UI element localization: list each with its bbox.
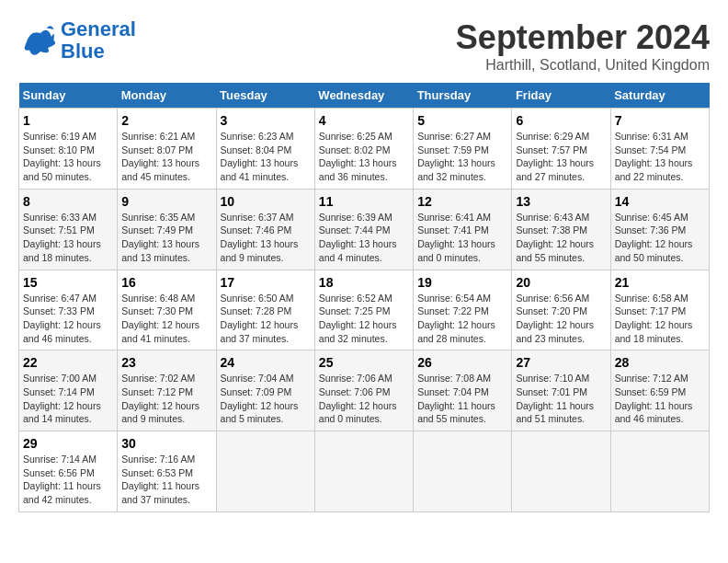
calendar-cell-16: 16Sunrise: 6:48 AMSunset: 7:30 PMDayligh… — [118, 270, 216, 350]
logo-bird-icon — [18, 22, 55, 59]
calendar-week-4: 29Sunrise: 7:14 AMSunset: 6:56 PMDayligh… — [19, 431, 710, 512]
calendar-cell-29: 29Sunrise: 7:14 AMSunset: 6:56 PMDayligh… — [19, 431, 118, 512]
calendar-week-1: 8Sunrise: 6:33 AMSunset: 7:51 PMDaylight… — [19, 189, 710, 270]
calendar-cell-21: 21Sunrise: 6:58 AMSunset: 7:17 PMDayligh… — [610, 270, 709, 350]
calendar-body: 1Sunrise: 6:19 AMSunset: 8:10 PMDaylight… — [19, 109, 710, 512]
calendar-header-friday: Friday — [512, 83, 610, 109]
calendar-header-row: SundayMondayTuesdayWednesdayThursdayFrid… — [19, 83, 710, 109]
calendar-cell-27: 27Sunrise: 7:10 AMSunset: 7:01 PMDayligh… — [512, 350, 610, 431]
header: GeneralBlue September 2024 Harthill, Sco… — [18, 18, 710, 74]
calendar-cell-20: 20Sunrise: 6:56 AMSunset: 7:20 PMDayligh… — [512, 270, 610, 350]
calendar-cell-2: 2Sunrise: 6:21 AMSunset: 8:07 PMDaylight… — [118, 109, 216, 190]
calendar-cell-8: 8Sunrise: 6:33 AMSunset: 7:51 PMDaylight… — [19, 189, 118, 270]
calendar-cell-3: 3Sunrise: 6:23 AMSunset: 8:04 PMDaylight… — [216, 109, 314, 190]
logo-line2: Blue — [61, 40, 105, 63]
calendar-cell-6: 6Sunrise: 6:29 AMSunset: 7:57 PMDaylight… — [512, 109, 610, 190]
calendar-cell-empty-4-6 — [610, 431, 709, 512]
calendar-cell-1: 1Sunrise: 6:19 AMSunset: 8:10 PMDaylight… — [19, 109, 118, 190]
calendar-cell-11: 11Sunrise: 6:39 AMSunset: 7:44 PMDayligh… — [314, 189, 413, 270]
calendar-cell-14: 14Sunrise: 6:45 AMSunset: 7:36 PMDayligh… — [610, 189, 709, 270]
logo-line1: General — [61, 17, 136, 40]
calendar-cell-22: 22Sunrise: 7:00 AMSunset: 7:14 PMDayligh… — [19, 350, 118, 431]
page-subtitle: Harthill, Scotland, United Kingdom — [456, 57, 710, 74]
calendar-cell-empty-4-2 — [216, 431, 314, 512]
calendar-header-sunday: Sunday — [19, 83, 118, 109]
calendar-cell-17: 17Sunrise: 6:50 AMSunset: 7:28 PMDayligh… — [216, 270, 314, 350]
calendar-cell-18: 18Sunrise: 6:52 AMSunset: 7:25 PMDayligh… — [314, 270, 413, 350]
calendar-header-tuesday: Tuesday — [216, 83, 314, 109]
calendar-cell-24: 24Sunrise: 7:04 AMSunset: 7:09 PMDayligh… — [216, 350, 314, 431]
calendar-week-2: 15Sunrise: 6:47 AMSunset: 7:33 PMDayligh… — [19, 270, 710, 350]
calendar-cell-30: 30Sunrise: 7:16 AMSunset: 6:53 PMDayligh… — [118, 431, 216, 512]
calendar-cell-empty-4-3 — [314, 431, 413, 512]
calendar-cell-4: 4Sunrise: 6:25 AMSunset: 8:02 PMDaylight… — [314, 109, 413, 190]
calendar-cell-26: 26Sunrise: 7:08 AMSunset: 7:04 PMDayligh… — [414, 350, 512, 431]
calendar-cell-empty-4-5 — [512, 431, 610, 512]
calendar-header-monday: Monday — [118, 83, 216, 109]
logo-text: GeneralBlue — [61, 18, 136, 63]
calendar-header-thursday: Thursday — [414, 83, 512, 109]
calendar-header-saturday: Saturday — [610, 83, 709, 109]
calendar-cell-empty-4-4 — [414, 431, 512, 512]
calendar-cell-10: 10Sunrise: 6:37 AMSunset: 7:46 PMDayligh… — [216, 189, 314, 270]
logo: GeneralBlue — [18, 18, 136, 63]
calendar-week-3: 22Sunrise: 7:00 AMSunset: 7:14 PMDayligh… — [19, 350, 710, 431]
calendar-cell-23: 23Sunrise: 7:02 AMSunset: 7:12 PMDayligh… — [118, 350, 216, 431]
calendar-week-0: 1Sunrise: 6:19 AMSunset: 8:10 PMDaylight… — [19, 109, 710, 190]
calendar-cell-19: 19Sunrise: 6:54 AMSunset: 7:22 PMDayligh… — [414, 270, 512, 350]
calendar-cell-9: 9Sunrise: 6:35 AMSunset: 7:49 PMDaylight… — [118, 189, 216, 270]
title-block: September 2024 Harthill, Scotland, Unite… — [456, 18, 710, 74]
calendar-cell-25: 25Sunrise: 7:06 AMSunset: 7:06 PMDayligh… — [314, 350, 413, 431]
calendar-table: SundayMondayTuesdayWednesdayThursdayFrid… — [18, 83, 710, 512]
calendar-cell-7: 7Sunrise: 6:31 AMSunset: 7:54 PMDaylight… — [610, 109, 709, 190]
calendar-cell-12: 12Sunrise: 6:41 AMSunset: 7:41 PMDayligh… — [414, 189, 512, 270]
page-title: September 2024 — [456, 18, 710, 57]
calendar-cell-13: 13Sunrise: 6:43 AMSunset: 7:38 PMDayligh… — [512, 189, 610, 270]
calendar-cell-15: 15Sunrise: 6:47 AMSunset: 7:33 PMDayligh… — [19, 270, 118, 350]
calendar-cell-5: 5Sunrise: 6:27 AMSunset: 7:59 PMDaylight… — [414, 109, 512, 190]
calendar-cell-28: 28Sunrise: 7:12 AMSunset: 6:59 PMDayligh… — [610, 350, 709, 431]
calendar-header-wednesday: Wednesday — [314, 83, 413, 109]
